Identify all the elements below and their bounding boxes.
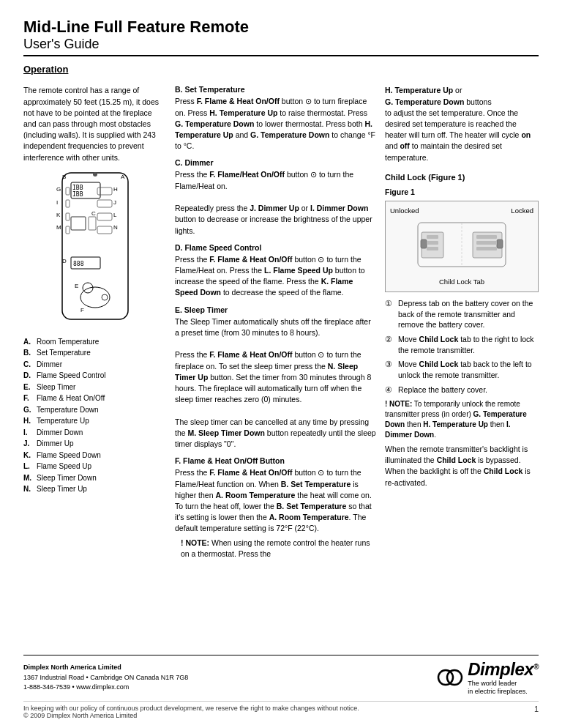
legend-item-i: I. Dimmer Down bbox=[23, 427, 166, 439]
svg-text:D: D bbox=[62, 258, 67, 264]
copyright-bar: In keeping with our policy of continuous… bbox=[23, 701, 539, 719]
unlocked-label: Unlocked bbox=[390, 206, 419, 216]
content-area: The remote control has a range of approx… bbox=[23, 85, 539, 645]
svg-rect-38 bbox=[497, 239, 503, 248]
legend-item-a: A. Room Temperature bbox=[23, 336, 166, 348]
svg-text:A: A bbox=[121, 174, 125, 180]
figure-svg bbox=[403, 219, 520, 274]
svg-rect-12 bbox=[66, 200, 70, 207]
figure-caption: Child Lock Tab bbox=[390, 277, 533, 287]
svg-text:888: 888 bbox=[73, 261, 84, 267]
section-b-body: Press F. Flame & Heat On/Off button ⊙ to… bbox=[175, 96, 376, 152]
figure-title: Figure 1 bbox=[385, 187, 539, 198]
step-3: ③ Move Child Lock tab back to the left t… bbox=[385, 359, 539, 380]
section-f: F. Flame & Heat On/Off Button Press the … bbox=[175, 456, 376, 560]
section-b: B. Set Temperature Press F. Flame & Heat… bbox=[175, 85, 376, 152]
legend-item-d: D. Flame Speed Control bbox=[23, 370, 166, 382]
svg-rect-42 bbox=[427, 247, 438, 250]
svg-text:K: K bbox=[56, 212, 61, 218]
legend: A. Room Temperature B. Set Temperature C… bbox=[23, 336, 166, 495]
svg-text:N: N bbox=[113, 224, 118, 231]
logo-tagline: The world leaderin electric fireplaces. bbox=[468, 680, 539, 697]
svg-text:J: J bbox=[113, 199, 116, 206]
section-c-title: C. Dimmer bbox=[175, 158, 376, 167]
svg-text:I: I bbox=[56, 199, 58, 206]
svg-text:H: H bbox=[113, 186, 118, 193]
locked-label: Locked bbox=[511, 206, 533, 216]
figure-labels: Unlocked Locked bbox=[390, 206, 533, 216]
svg-rect-43 bbox=[476, 235, 497, 239]
svg-point-46 bbox=[438, 670, 453, 685]
logo-text: Dimplex® bbox=[468, 659, 539, 680]
remote-diagram: IBB IBB 888 bbox=[23, 169, 166, 330]
section-d-body: Press the F. Flame & Heat On/Off button … bbox=[175, 254, 376, 299]
svg-rect-13 bbox=[66, 213, 70, 220]
svg-point-33 bbox=[102, 294, 108, 300]
middle-column: B. Set Temperature Press F. Flame & Heat… bbox=[175, 85, 376, 645]
company-name: Dimplex North America Limited bbox=[23, 663, 188, 673]
legend-item-b: B. Set Temperature bbox=[23, 347, 166, 359]
svg-rect-44 bbox=[476, 241, 497, 245]
svg-rect-14 bbox=[66, 226, 70, 234]
svg-rect-16 bbox=[83, 283, 93, 293]
section-d-title: D. Flame Speed Control bbox=[175, 243, 376, 252]
section-e-title: E. Sleep Timer bbox=[175, 305, 376, 314]
page-number: 1 bbox=[534, 705, 539, 719]
svg-point-17 bbox=[80, 287, 110, 308]
section-f-note: ! NOTE: When using the remote control th… bbox=[175, 538, 376, 560]
svg-text:G: G bbox=[56, 186, 61, 193]
section-f-body: Press the F. Flame & Heat On/Off button … bbox=[175, 467, 376, 534]
svg-rect-41 bbox=[427, 241, 438, 245]
svg-rect-4 bbox=[71, 217, 86, 230]
intro-text: The remote control has a range of approx… bbox=[23, 85, 166, 163]
legend-item-m: M. Sleep Timer Down bbox=[23, 472, 166, 484]
svg-text:F: F bbox=[80, 307, 84, 313]
legend-item-n: N. Sleep Timer Up bbox=[23, 483, 166, 495]
left-column: The remote control has a range of approx… bbox=[23, 85, 166, 645]
operation-header: Operation bbox=[23, 64, 539, 75]
title-block: Mid-Line Full Feature Remote User's Guid… bbox=[23, 18, 539, 56]
step-2: ② Move Child Lock tab to the right to lo… bbox=[385, 334, 539, 355]
svg-rect-9 bbox=[97, 213, 112, 220]
svg-text:L: L bbox=[113, 212, 117, 218]
section-e-body: The Sleep Timer automatically shuts off … bbox=[175, 316, 376, 450]
svg-point-47 bbox=[447, 670, 462, 685]
svg-rect-10 bbox=[97, 226, 112, 234]
company-phone: 1-888-346-7539 • www.dimplex.com bbox=[23, 683, 188, 693]
h-g-section: H. Temperature Up or G. Temperature Down… bbox=[385, 85, 539, 163]
svg-text:E: E bbox=[75, 283, 78, 289]
h-g-text: H. Temperature Up or G. Temperature Down… bbox=[385, 85, 539, 163]
section-e: E. Sleep Timer The Sleep Timer automatic… bbox=[175, 305, 376, 450]
legend-item-c: C. Dimmer bbox=[23, 359, 166, 371]
logo-icon bbox=[437, 664, 463, 691]
footer-left: Dimplex North America Limited 1367 Indus… bbox=[23, 663, 188, 693]
legend-item-k: K. Flame Speed Down bbox=[23, 450, 166, 461]
svg-rect-7 bbox=[97, 187, 112, 195]
step-list: ① Depress tab on the battery cover on th… bbox=[385, 298, 539, 395]
svg-text:B: B bbox=[62, 174, 66, 180]
svg-rect-15 bbox=[89, 217, 96, 230]
svg-point-32 bbox=[93, 172, 97, 177]
footer-bar: Dimplex North America Limited 1367 Indus… bbox=[23, 655, 539, 697]
svg-rect-11 bbox=[66, 187, 70, 195]
svg-text:IBB: IBB bbox=[72, 191, 83, 198]
right-column: H. Temperature Up or G. Temperature Down… bbox=[385, 85, 539, 645]
svg-rect-45 bbox=[476, 247, 497, 250]
main-title: Mid-Line Full Feature Remote bbox=[23, 18, 539, 37]
sub-title: User's Guide bbox=[23, 37, 539, 52]
step-1: ① Depress tab on the battery cover on th… bbox=[385, 298, 539, 330]
legend-item-f: F. Flame & Heat On/Off bbox=[23, 393, 166, 404]
section-c-body: Press the F. Flame/Heat On/Off button ⊙ … bbox=[175, 169, 376, 236]
step-4: ④ Replace the battery cover. bbox=[385, 385, 539, 395]
legend-item-l: L. Flame Speed Up bbox=[23, 461, 166, 472]
child-lock-section: Child Lock (Figure 1) Figure 1 Unlocked … bbox=[385, 172, 539, 489]
svg-text:M: M bbox=[56, 224, 61, 231]
footer-logo: Dimplex® The world leaderin electric fir… bbox=[437, 659, 539, 697]
svg-text:IBB: IBB bbox=[72, 185, 83, 191]
legend-item-j: J. Dimmer Up bbox=[23, 438, 166, 450]
remote-svg: IBB IBB 888 bbox=[40, 169, 150, 330]
legend-item-e: E. Sleep Timer bbox=[23, 382, 166, 393]
copyright-text: In keeping with our policy of continuous… bbox=[23, 705, 359, 719]
section-b-title: B. Set Temperature bbox=[175, 85, 376, 94]
legend-item-g: G. Temperature Down bbox=[23, 404, 166, 416]
